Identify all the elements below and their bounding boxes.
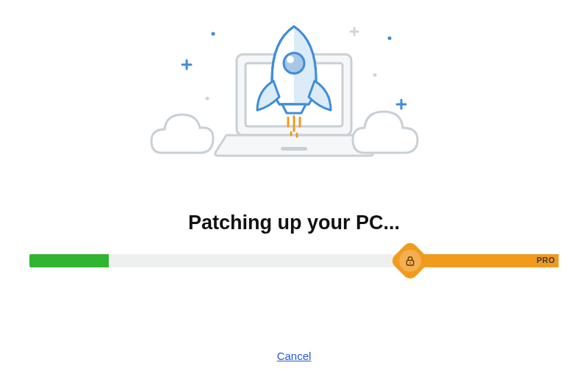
patching-screen: Patching up your PC... PRO Cancel [0, 0, 588, 382]
svg-point-7 [373, 73, 377, 77]
rocket-laptop-illustration [140, 18, 448, 172]
cancel-link[interactable]: Cancel [277, 350, 312, 362]
progress-done [29, 254, 109, 267]
svg-rect-12 [281, 147, 307, 151]
progress-bar: PRO [29, 254, 559, 267]
lock-icon [404, 255, 416, 267]
pro-label: PRO [537, 256, 555, 264]
svg-point-5 [388, 37, 392, 40]
svg-point-21 [410, 262, 412, 264]
svg-point-13 [284, 53, 304, 73]
rocket-laptop-icon [140, 18, 448, 172]
status-title: Patching up your PC... [0, 212, 588, 234]
svg-point-6 [206, 97, 209, 101]
svg-point-4 [212, 32, 215, 36]
pro-lock-badge [390, 240, 431, 282]
cancel-row: Cancel [0, 350, 588, 363]
svg-point-14 [287, 56, 294, 63]
